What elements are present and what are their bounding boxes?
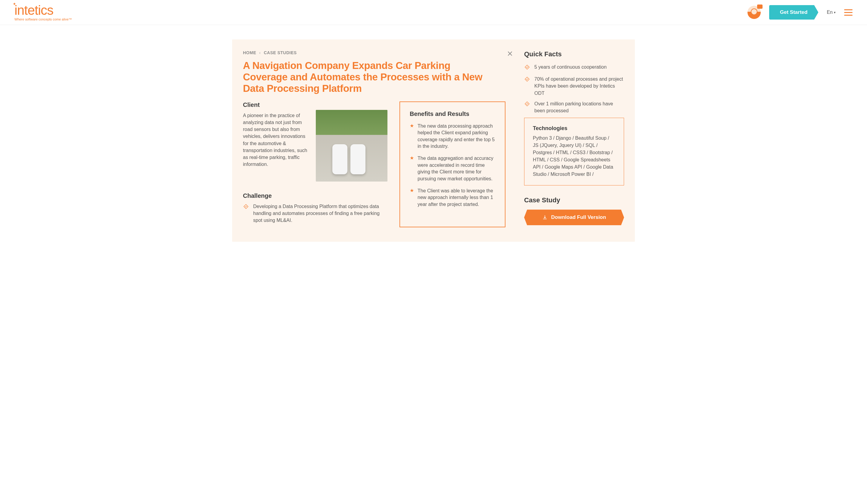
chevron-down-icon: ▾ bbox=[834, 11, 836, 14]
breadcrumb-section[interactable]: CASE STUDIES bbox=[264, 50, 297, 55]
download-button[interactable]: Download Full Version bbox=[524, 210, 624, 225]
benefits-list: ★The new data processing approach helped… bbox=[410, 123, 495, 208]
get-started-button[interactable]: Get Started bbox=[769, 5, 818, 20]
star-icon: ★ bbox=[410, 123, 414, 150]
casestudy-heading: Case Study bbox=[524, 196, 624, 204]
fact-text: 70% of operational processes and project… bbox=[534, 76, 624, 97]
menu-icon[interactable] bbox=[844, 9, 853, 16]
quickfacts-list: 5 years of continuous cooperation 70% of… bbox=[524, 64, 624, 114]
diamond-icon bbox=[524, 64, 530, 72]
close-icon[interactable] bbox=[507, 50, 513, 58]
breadcrumb-home[interactable]: HOME bbox=[243, 50, 256, 55]
fact-text: 5 years of continuous cooperation bbox=[534, 64, 607, 72]
benefits-heading: Benefits and Results bbox=[410, 110, 495, 117]
page-title: A Navigation Company Expands Car Parking… bbox=[243, 60, 490, 94]
benefit-text: The data aggregation and accuracy were a… bbox=[418, 155, 495, 182]
list-item: Developing a Data Processing Platform th… bbox=[243, 203, 387, 224]
technologies-heading: Technologies bbox=[533, 125, 615, 131]
content-panel: HOME ‹ CASE STUDIES A Navigation Company… bbox=[232, 40, 635, 242]
list-item: ★The Client was able to leverage the new… bbox=[410, 187, 495, 208]
list-item: 5 years of continuous cooperation bbox=[524, 64, 624, 72]
logo[interactable]: ✦ intetics Where software concepts come … bbox=[14, 4, 72, 21]
diamond-icon bbox=[524, 101, 530, 114]
client-heading: Client bbox=[243, 101, 310, 108]
list-item: ★The data aggregation and accuracy were … bbox=[410, 155, 495, 182]
chat-avatar[interactable] bbox=[748, 6, 761, 19]
main-column: HOME ‹ CASE STUDIES A Navigation Company… bbox=[232, 40, 524, 242]
star-icon: ★ bbox=[410, 187, 414, 208]
quickfacts-heading: Quick Facts bbox=[524, 50, 624, 58]
download-icon bbox=[542, 215, 548, 220]
client-body: A pioneer in the practice of analyzing d… bbox=[243, 112, 310, 168]
technologies-body: Python 3 / Django / Beautiful Soup / JS … bbox=[533, 135, 615, 178]
challenge-list: Developing a Data Processing Platform th… bbox=[243, 203, 387, 224]
diamond-icon bbox=[524, 76, 530, 97]
diamond-icon bbox=[243, 204, 249, 224]
benefits-box: Benefits and Results ★The new data proce… bbox=[399, 101, 505, 228]
technologies-box: Technologies Python 3 / Django / Beautif… bbox=[524, 118, 624, 185]
chevron-left-icon: ‹ bbox=[259, 50, 261, 55]
header-actions: Get Started En ▾ bbox=[748, 5, 853, 20]
sidebar: Quick Facts 5 years of continuous cooper… bbox=[524, 40, 635, 242]
logo-text: ✦ intetics bbox=[14, 4, 72, 17]
list-item: ★The new data processing approach helped… bbox=[410, 123, 495, 150]
star-icon: ✦ bbox=[13, 2, 16, 6]
page-container: HOME ‹ CASE STUDIES A Navigation Company… bbox=[227, 40, 640, 242]
benefit-text: The new data processing approach helped … bbox=[418, 123, 495, 150]
list-item: Over 1 million parking locations have be… bbox=[524, 100, 624, 114]
download-label: Download Full Version bbox=[551, 214, 606, 221]
star-icon: ★ bbox=[410, 155, 414, 182]
site-header: ✦ intetics Where software concepts come … bbox=[0, 0, 867, 25]
speech-bubble-icon bbox=[757, 4, 762, 9]
hero-image bbox=[316, 110, 387, 182]
body-grid: Client A pioneer in the practice of anal… bbox=[243, 101, 510, 228]
benefit-text: The Client was able to leverage the new … bbox=[418, 187, 495, 208]
list-item: 70% of operational processes and project… bbox=[524, 76, 624, 97]
logo-word: intetics bbox=[14, 3, 53, 18]
fact-text: Over 1 million parking locations have be… bbox=[534, 100, 624, 114]
left-column: Client A pioneer in the practice of anal… bbox=[243, 101, 387, 228]
challenge-heading: Challenge bbox=[243, 192, 387, 199]
language-label: En bbox=[827, 10, 833, 15]
logo-tagline: Where software concepts come alive™ bbox=[14, 18, 72, 21]
language-selector[interactable]: En ▾ bbox=[827, 10, 836, 15]
breadcrumb: HOME ‹ CASE STUDIES bbox=[243, 50, 510, 55]
challenge-text: Developing a Data Processing Platform th… bbox=[253, 203, 387, 224]
